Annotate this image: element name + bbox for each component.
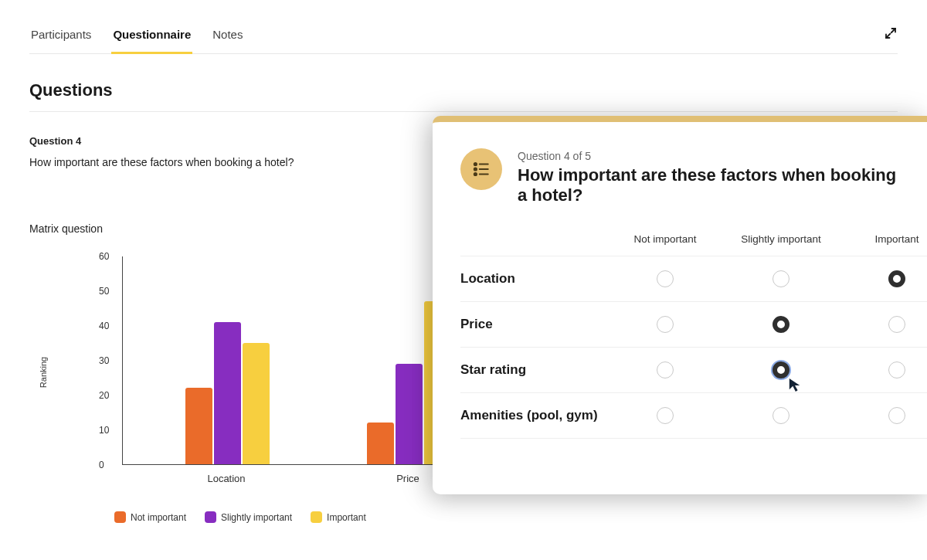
chart-y-tick: 30: [99, 355, 109, 366]
matrix-radio-cell: [839, 361, 927, 378]
matrix-radio-cell: [839, 316, 927, 333]
matrix-radio[interactable]: [888, 361, 905, 378]
matrix-radio-cell: [723, 316, 839, 333]
matrix-row-label: Star rating: [460, 362, 607, 378]
matrix-col-header: Not important: [607, 233, 723, 245]
matrix-radio[interactable]: [772, 270, 789, 287]
legend-swatch: [114, 511, 126, 523]
chart-y-tick: 40: [99, 321, 109, 331]
matrix-row-label: Price: [460, 317, 607, 332]
matrix-radio-cell: [607, 270, 723, 287]
tab-notes[interactable]: Notes: [211, 23, 244, 53]
tab-questionnaire[interactable]: Questionnaire: [111, 23, 192, 54]
tabs: Participants Questionnaire Notes: [29, 23, 898, 54]
matrix-row: Location: [460, 256, 927, 301]
expand-icon[interactable]: [884, 26, 898, 43]
matrix-radio[interactable]: [657, 361, 674, 378]
question-preview-panel: Question 4 of 5 How important are these …: [433, 116, 927, 494]
chart-y-tick: 60: [99, 251, 109, 262]
legend-item: Slightly important: [205, 510, 292, 524]
chart-legend: Not importantSlightly importantImportant: [114, 510, 898, 524]
matrix-radio-cell: [723, 270, 839, 287]
matrix-radio[interactable]: [772, 407, 789, 424]
tab-participants[interactable]: Participants: [29, 23, 93, 53]
chart-y-tick: 0: [99, 460, 104, 470]
legend-label: Slightly important: [221, 512, 292, 523]
matrix-col-header: Slightly important: [723, 233, 839, 245]
svg-point-2: [474, 168, 477, 170]
matrix-radio[interactable]: [888, 407, 905, 424]
matrix-radio[interactable]: [657, 316, 674, 333]
matrix-question-icon: [460, 148, 502, 190]
legend-item: Not important: [114, 510, 186, 524]
legend-swatch: [311, 511, 322, 523]
question-position-label: Question 4 of 5: [518, 150, 899, 162]
chart-bar: [214, 322, 241, 465]
matrix-radio-cell: [607, 316, 723, 333]
matrix-radio[interactable]: [888, 270, 905, 287]
matrix-table: Not important Slightly important Importa…: [433, 226, 927, 439]
legend-swatch: [205, 511, 216, 523]
matrix-row-label: Amenities (pool, gym): [460, 408, 607, 423]
matrix-radio-cell: [839, 407, 927, 424]
matrix-row: Amenities (pool, gym): [460, 392, 927, 439]
legend-label: Important: [327, 512, 366, 523]
chart-bar: [396, 364, 423, 465]
chart-bar: [367, 423, 394, 464]
matrix-row: Price: [460, 301, 927, 347]
matrix-row-label: Location: [460, 271, 607, 287]
legend-item: Important: [311, 510, 366, 524]
matrix-radio[interactable]: [657, 407, 674, 424]
section-heading-questions: Questions: [29, 80, 898, 112]
matrix-radio[interactable]: [888, 316, 905, 333]
chart-bar: [185, 388, 212, 464]
matrix-radio-cell: [839, 270, 927, 287]
matrix-radio[interactable]: [657, 270, 674, 287]
matrix-radio-cell: [723, 361, 839, 378]
chart-x-tick: Price: [396, 473, 419, 484]
matrix-radio[interactable]: [772, 316, 789, 333]
chart-y-tick: 20: [99, 390, 109, 401]
modal-question-text: How important are these factors when boo…: [518, 165, 899, 205]
matrix-radio[interactable]: [772, 361, 789, 378]
matrix-radio-cell: [723, 407, 839, 424]
chart-y-tick: 10: [99, 425, 109, 436]
matrix-radio-cell: [607, 407, 723, 424]
matrix-row: Star rating: [460, 347, 927, 392]
chart-y-tick: 50: [99, 286, 109, 297]
legend-label: Not important: [131, 512, 186, 523]
svg-point-0: [474, 163, 477, 165]
chart-x-tick: Location: [207, 473, 245, 484]
chart-bar-group: [181, 322, 273, 465]
chart-y-axis-label: Ranking: [39, 357, 48, 388]
svg-point-4: [474, 173, 477, 175]
cursor-icon: [788, 377, 802, 392]
matrix-col-header: Important: [839, 233, 927, 245]
chart-bar: [243, 343, 270, 465]
matrix-radio-cell: [607, 361, 723, 378]
